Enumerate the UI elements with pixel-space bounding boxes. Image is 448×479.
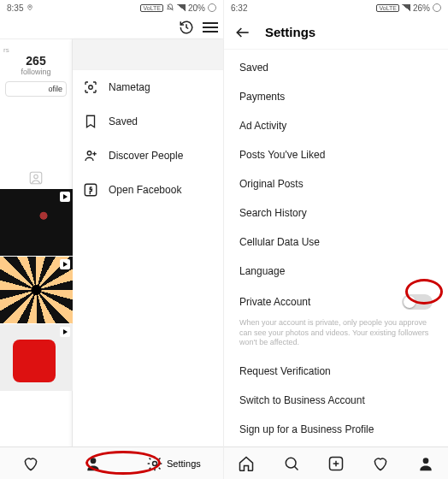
settings-label: Settings <box>167 458 201 469</box>
partial-label: rs <box>3 46 68 54</box>
svg-point-4 <box>89 86 93 90</box>
back-icon[interactable] <box>234 24 251 41</box>
menu-nametag[interactable]: Nametag <box>73 70 223 104</box>
setting-label: Saved <box>239 62 268 74</box>
menu-label: Discover People <box>109 150 183 162</box>
signal-icon <box>177 4 186 11</box>
menu-label: Open Facebook <box>109 184 181 196</box>
mute-icon <box>166 3 174 12</box>
setting-label: Search History <box>239 207 307 219</box>
setting-label: Ad Activity <box>239 120 286 132</box>
svg-rect-8 <box>85 184 97 196</box>
status-bar: 8:35 VoLTE 20% <box>0 0 223 15</box>
menu-label: Nametag <box>109 81 150 93</box>
settings-button[interactable]: Settings <box>146 455 201 472</box>
private-account-toggle[interactable] <box>402 294 433 310</box>
menu-discover[interactable]: Discover People <box>73 139 223 173</box>
page-title: Settings <box>265 25 315 39</box>
setting-ad-activity[interactable]: Ad Activity <box>224 111 448 140</box>
following-count: 265 <box>3 54 68 68</box>
volte-badge: VoLTE <box>376 4 399 12</box>
svg-point-5 <box>87 151 91 156</box>
search-icon[interactable] <box>283 455 300 472</box>
gear-icon <box>146 455 163 472</box>
new-post-icon[interactable] <box>327 455 345 472</box>
home-icon[interactable] <box>238 455 255 472</box>
setting-label: Language <box>239 265 285 277</box>
settings-list: Saved Payments Ad Activity Posts You've … <box>224 50 448 479</box>
setting-switch-business[interactable]: Switch to Business Account <box>224 386 448 415</box>
bottom-nav-right <box>224 446 448 479</box>
status-time: 8:35 <box>7 3 23 13</box>
setting-posts-liked[interactable]: Posts You've Liked <box>224 140 448 169</box>
battery-circle-icon <box>433 3 441 12</box>
following-label: following <box>3 68 68 76</box>
profile-strip: rs 265 following ofile <box>0 39 73 462</box>
discover-icon <box>83 148 98 163</box>
svg-point-9 <box>90 458 96 464</box>
menu-username-placeholder <box>73 39 223 70</box>
following-stat[interactable]: rs 265 following <box>3 46 68 76</box>
facebook-icon <box>83 182 98 198</box>
private-account-description: When your account is private, only peopl… <box>224 318 448 357</box>
svg-rect-2 <box>30 172 42 184</box>
setting-payments[interactable]: Payments <box>224 82 448 111</box>
heart-icon[interactable] <box>372 455 389 472</box>
setting-label: Request Verification <box>239 365 331 377</box>
setting-label: Sign up for a Business Profile <box>239 423 374 435</box>
svg-point-12 <box>286 458 296 468</box>
bookmark-icon <box>83 114 98 129</box>
battery-pct: 20% <box>188 3 205 13</box>
post-grid <box>0 189 72 392</box>
hamburger-icon[interactable] <box>203 22 218 33</box>
left-phone: 8:35 VoLTE 20% rs 265 following ofile <box>0 0 224 479</box>
settings-header: Settings <box>224 15 448 50</box>
setting-label: Switch to Business Account <box>239 394 365 406</box>
setting-original-posts[interactable]: Original Posts <box>224 169 448 198</box>
setting-search-history[interactable]: Search History <box>224 198 448 228</box>
setting-label: Private Account <box>239 296 310 308</box>
person-icon[interactable] <box>85 455 102 472</box>
signal-icon <box>402 4 410 11</box>
svg-point-10 <box>153 461 157 465</box>
nametag-icon <box>83 80 98 95</box>
setting-saved[interactable]: Saved <box>224 53 448 82</box>
side-menu: Nametag Saved Discover People Open Faceb… <box>73 39 223 462</box>
bottom-nav-left: Settings <box>0 446 223 479</box>
menu-facebook[interactable]: Open Facebook <box>73 173 223 207</box>
setting-cellular[interactable]: Cellular Data Use <box>224 228 448 257</box>
setting-label: Payments <box>239 91 285 103</box>
video-icon <box>60 327 70 337</box>
video-icon <box>60 192 70 202</box>
tagged-tab-icon[interactable] <box>0 170 72 186</box>
right-phone: 6:32 VoLTE 26% Settings Saved Payments A… <box>224 0 448 479</box>
svg-point-3 <box>34 174 38 179</box>
person-icon[interactable] <box>417 455 434 472</box>
history-icon[interactable] <box>179 20 194 35</box>
battery-pct: 26% <box>413 3 430 13</box>
location-icon <box>27 3 33 12</box>
svg-point-0 <box>30 6 31 7</box>
post-thumbnail[interactable] <box>0 257 73 323</box>
svg-line-13 <box>294 466 298 470</box>
setting-private-account[interactable]: Private Account <box>224 286 448 318</box>
status-bar: 6:32 VoLTE 26% <box>224 0 448 15</box>
heart-icon[interactable] <box>22 455 39 472</box>
svg-point-17 <box>422 458 428 464</box>
setting-label: Original Posts <box>239 178 304 190</box>
setting-label: Posts You've Liked <box>239 149 325 161</box>
status-time: 6:32 <box>231 3 247 13</box>
menu-saved[interactable]: Saved <box>73 104 223 139</box>
setting-signup-business[interactable]: Sign up for a Business Profile <box>224 415 448 444</box>
video-icon <box>60 259 70 269</box>
edit-profile-button[interactable]: ofile <box>5 81 67 97</box>
setting-request-verification[interactable]: Request Verification <box>224 357 448 386</box>
profile-topbar <box>0 15 223 39</box>
menu-label: Saved <box>109 115 138 127</box>
setting-label: Cellular Data Use <box>239 236 320 248</box>
post-thumbnail[interactable] <box>0 189 73 256</box>
setting-language[interactable]: Language <box>224 257 448 286</box>
post-thumbnail[interactable] <box>0 324 73 391</box>
volte-badge: VoLTE <box>140 4 163 12</box>
battery-circle-icon <box>208 3 216 12</box>
